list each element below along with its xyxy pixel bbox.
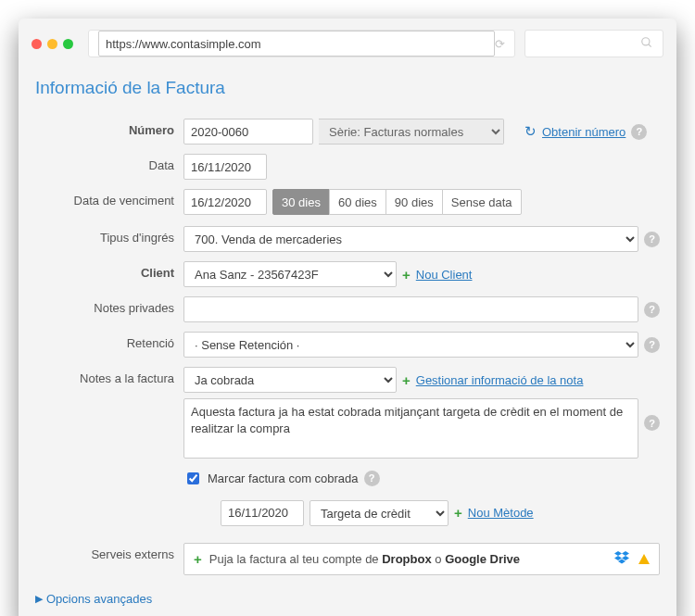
search-icon: [640, 36, 653, 52]
max-dot[interactable]: [63, 39, 73, 49]
label-data: Data: [35, 154, 183, 172]
browser-chrome: ⟳: [19, 19, 676, 67]
close-dot[interactable]: [32, 39, 42, 49]
nou-metode-link[interactable]: + Nou Mètode: [454, 506, 534, 520]
refresh-icon[interactable]: ⟳: [495, 37, 505, 51]
due-30-button[interactable]: 30 dies: [272, 189, 330, 215]
help-icon[interactable]: ?: [631, 124, 647, 140]
plus-icon: +: [194, 552, 202, 566]
cobrada-date-input[interactable]: [221, 500, 304, 526]
label-numero: Número: [35, 119, 183, 137]
venciment-input[interactable]: [183, 189, 267, 215]
label-retencio: Retenció: [35, 332, 183, 350]
help-icon[interactable]: ?: [644, 302, 660, 318]
address-bar[interactable]: ⟳: [88, 30, 515, 57]
label-notes-priv: Notes privades: [35, 296, 183, 315]
cobrada-label: Marcar factura com cobrada: [208, 471, 359, 485]
sync-icon[interactable]: ↻: [524, 123, 537, 140]
min-dot[interactable]: [47, 39, 57, 49]
gestionar-nota-link[interactable]: + Gestionar informació de la nota: [402, 373, 583, 387]
help-icon[interactable]: ?: [644, 337, 660, 353]
client-select[interactable]: Ana Sanz - 23567423F: [183, 261, 397, 287]
page-title: Informació de la Factura: [35, 78, 660, 98]
nota-select[interactable]: Ja cobrada: [183, 367, 397, 393]
tipus-select[interactable]: 700. Venda de mercaderies: [183, 226, 638, 252]
dropbox-icon: [614, 551, 629, 567]
help-icon[interactable]: ?: [644, 415, 660, 431]
serveis-externs-box[interactable]: + Puja la factura al teu compte de Dropb…: [183, 543, 660, 575]
plus-icon: +: [402, 268, 411, 282]
numero-input[interactable]: [183, 119, 313, 145]
help-icon[interactable]: ?: [644, 232, 660, 247]
form-panel: Informació de la Factura Número Sèrie: F…: [19, 67, 676, 616]
search-box[interactable]: [524, 30, 663, 57]
metode-select[interactable]: Targeta de crèdit: [310, 500, 449, 526]
svg-line-1: [649, 44, 651, 46]
retencio-select[interactable]: · Sense Retención ·: [183, 332, 638, 358]
window-controls: [32, 39, 73, 49]
data-input[interactable]: [183, 154, 267, 180]
svg-marker-2: [614, 551, 622, 556]
plus-icon: +: [454, 506, 462, 520]
label-serveis: Serveis externs: [35, 543, 183, 561]
svg-marker-3: [622, 551, 629, 556]
due-preset-group: 30 dies 60 dies 90 dies Sense data: [272, 189, 522, 215]
google-drive-icon: [638, 554, 650, 564]
due-60-button[interactable]: 60 dies: [329, 189, 386, 215]
svg-marker-4: [614, 556, 622, 560]
serveis-text: Puja la factura al teu compte de Dropbox…: [209, 552, 520, 566]
due-90-button[interactable]: 90 dies: [385, 189, 443, 215]
svg-marker-5: [622, 556, 629, 560]
label-client: Client: [35, 261, 183, 280]
svg-point-0: [642, 37, 650, 44]
plus-icon: +: [402, 373, 411, 387]
url-input[interactable]: [98, 31, 495, 57]
chevron-right-icon: ▶: [35, 593, 43, 605]
cobrada-checkbox[interactable]: [187, 472, 199, 484]
label-tipus: Tipus d'ingrés: [35, 226, 183, 245]
nou-client-link[interactable]: + Nou Client: [402, 268, 472, 282]
due-none-button[interactable]: Sense data: [442, 189, 522, 215]
notes-privades-input[interactable]: [183, 296, 638, 322]
app-window: ⟳ Informació de la Factura Número Sèrie:…: [19, 19, 676, 616]
label-notes-fact: Notes a la factura: [35, 367, 183, 385]
obtenir-numero-link[interactable]: Obtenir número: [542, 125, 626, 139]
serie-select[interactable]: Sèrie: Facturas normales: [319, 119, 504, 145]
label-venciment: Data de venciment: [35, 189, 183, 207]
svg-marker-6: [618, 559, 626, 563]
help-icon[interactable]: ?: [364, 471, 380, 486]
nota-textarea[interactable]: Aquesta factura ja ha estat cobrada mitj…: [183, 398, 638, 459]
opcions-avancades-toggle[interactable]: ▶ Opcions avançades: [35, 592, 660, 606]
